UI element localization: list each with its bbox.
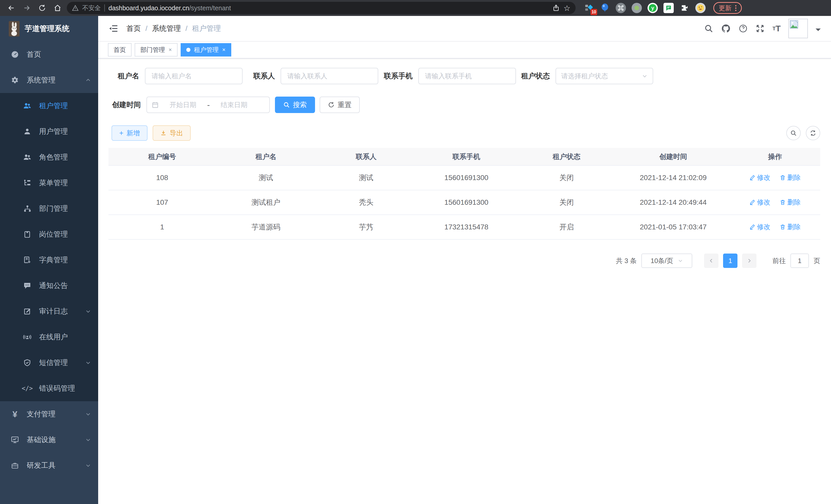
sidebar-item-pay[interactable]: ¥ 支付管理 <box>0 401 98 427</box>
sidebar-item-home[interactable]: 首页 <box>0 41 98 67</box>
sidebar-item-user[interactable]: 用户管理 <box>0 119 98 144</box>
contact-input[interactable] <box>281 68 378 84</box>
security-label[interactable]: 不安全 <box>82 4 101 12</box>
forward-icon[interactable] <box>21 2 33 14</box>
browser-menu-icon[interactable] <box>735 5 737 11</box>
table-row: 1 芋道源码 芋艿 17321315478 开启 2021-01-05 17:0… <box>109 215 820 239</box>
extension-wallet-icon[interactable]: 10 <box>584 3 594 13</box>
breadcrumb-separator: / <box>185 24 188 33</box>
extension-chat-icon[interactable] <box>663 3 674 13</box>
share-icon[interactable] <box>552 4 560 12</box>
omnibox-divider <box>104 4 105 11</box>
breadcrumb-separator: / <box>145 24 147 33</box>
breadcrumb-home[interactable]: 首页 <box>126 24 141 33</box>
refresh-icon <box>328 101 335 108</box>
delete-button[interactable]: 删除 <box>780 223 801 232</box>
font-size-icon[interactable]: TT <box>772 24 781 33</box>
sidebar-item-audit-log[interactable]: 审计日志 <box>0 298 98 324</box>
edit-button[interactable]: 修改 <box>749 173 770 182</box>
table-toolbar: + 新增 导出 <box>109 125 820 141</box>
sidebar-item-dept[interactable]: 部门管理 <box>0 196 98 221</box>
tab-home[interactable]: 首页 <box>108 43 132 57</box>
fullscreen-icon[interactable] <box>755 24 765 33</box>
reload-icon[interactable] <box>36 2 48 14</box>
sidebar-item-sms[interactable]: 短信管理 <box>0 350 98 376</box>
sidebar-item-infra[interactable]: 基础设施 <box>0 427 98 453</box>
extension-command-icon[interactable] <box>616 3 626 13</box>
reset-button[interactable]: 重置 <box>320 97 360 113</box>
sidebar-menu: 首页 系统管理 租户管理 用户管理 <box>0 41 98 504</box>
github-icon[interactable] <box>721 24 731 33</box>
page-url[interactable]: dashboard.yudao.iocoder.cn/system/tenant <box>109 4 231 12</box>
sidebar-item-menu[interactable]: 菜单管理 <box>0 170 98 196</box>
prev-page-button[interactable] <box>704 254 718 268</box>
browser-update-button[interactable]: 更新 <box>713 2 742 14</box>
plus-icon: + <box>119 129 123 137</box>
add-button[interactable]: + 新增 <box>112 125 147 141</box>
search-icon <box>283 101 290 108</box>
page-1-button[interactable]: 1 <box>723 254 738 268</box>
home-icon[interactable] <box>51 2 64 14</box>
extension-balloon-icon[interactable] <box>600 3 610 13</box>
address-bar[interactable]: 不安全 dashboard.yudao.iocoder.cn/system/te… <box>67 2 576 14</box>
sidebar-item-notice[interactable]: 通知公告 <box>0 273 98 298</box>
tenant-name-input[interactable] <box>145 68 242 84</box>
tab-dept[interactable]: 部门管理× <box>135 43 177 57</box>
extension-dot-icon[interactable] <box>632 3 642 13</box>
collapse-sidebar-icon[interactable] <box>109 24 118 33</box>
close-icon[interactable]: × <box>222 47 226 53</box>
edit-button[interactable]: 修改 <box>749 223 770 232</box>
browser-toolbar: 不安全 dashboard.yudao.iocoder.cn/system/te… <box>0 0 831 16</box>
extension-badge: 10 <box>591 9 597 15</box>
close-icon[interactable]: × <box>169 47 172 53</box>
dictionary-icon <box>23 256 32 264</box>
user-menu-caret-icon[interactable] <box>815 29 821 34</box>
extension-y-icon[interactable]: y <box>648 3 658 13</box>
profile-avatar-icon[interactable] <box>695 3 706 13</box>
create-time-label: 创建时间 <box>112 100 141 110</box>
user-avatar-broken-image[interactable] <box>789 19 808 38</box>
refresh-table-button[interactable] <box>806 126 820 140</box>
col-created: 创建时间 <box>617 148 730 166</box>
date-range-picker[interactable]: - <box>146 97 270 113</box>
breadcrumb: 首页 / 系统管理 / 租户管理 <box>126 24 221 33</box>
start-date-input[interactable] <box>161 101 205 109</box>
end-date-input[interactable] <box>212 101 256 109</box>
next-page-button[interactable] <box>742 254 756 268</box>
trash-icon <box>780 224 786 230</box>
search-icon[interactable] <box>704 24 713 33</box>
tab-tenant[interactable]: 租户管理× <box>181 43 231 57</box>
sidebar-item-errcode[interactable]: </> 错误码管理 <box>0 376 98 401</box>
system-submenu: 租户管理 用户管理 角色管理 菜单管理 <box>0 93 98 401</box>
search-button[interactable]: 搜索 <box>275 97 315 113</box>
filter-row-1: 租户名 联系人 联系手机 租户状态 请选择租户状态 <box>109 68 820 84</box>
show-search-toggle-button[interactable] <box>786 126 801 140</box>
breadcrumb-system[interactable]: 系统管理 <box>152 24 181 33</box>
range-separator: - <box>207 100 210 110</box>
sidebar-item-tenant[interactable]: 租户管理 <box>0 93 98 119</box>
chevron-down-icon <box>85 463 91 468</box>
sidebar-item-role[interactable]: 角色管理 <box>0 144 98 170</box>
sidebar-item-dict[interactable]: 字典管理 <box>0 247 98 273</box>
goto-page-input[interactable] <box>791 254 809 268</box>
cell-id: 1 <box>109 215 216 239</box>
org-chart-icon <box>23 205 32 213</box>
delete-button[interactable]: 删除 <box>780 173 801 182</box>
sidebar-item-devtools[interactable]: 研发工具 <box>0 453 98 478</box>
page-size-select[interactable]: 10条/页 <box>641 254 692 268</box>
cell-mobile: 15601691300 <box>416 190 516 215</box>
tag-view-bar: 首页 部门管理× 租户管理× <box>98 41 831 59</box>
export-button[interactable]: 导出 <box>153 125 191 141</box>
sidebar-item-system[interactable]: 系统管理 <box>0 67 98 93</box>
bookmark-star-icon[interactable]: ☆ <box>564 4 570 12</box>
delete-button[interactable]: 删除 <box>780 198 801 207</box>
users-icon <box>23 101 32 110</box>
sidebar-item-online-users[interactable]: 在线用户 <box>0 324 98 350</box>
extensions-puzzle-icon[interactable] <box>679 3 690 13</box>
help-icon[interactable] <box>739 24 748 33</box>
mobile-input[interactable] <box>418 68 516 84</box>
sidebar-item-post[interactable]: 岗位管理 <box>0 221 98 247</box>
status-select[interactable]: 请选择租户状态 <box>555 68 653 84</box>
edit-button[interactable]: 修改 <box>749 198 770 207</box>
back-icon[interactable] <box>5 2 18 14</box>
